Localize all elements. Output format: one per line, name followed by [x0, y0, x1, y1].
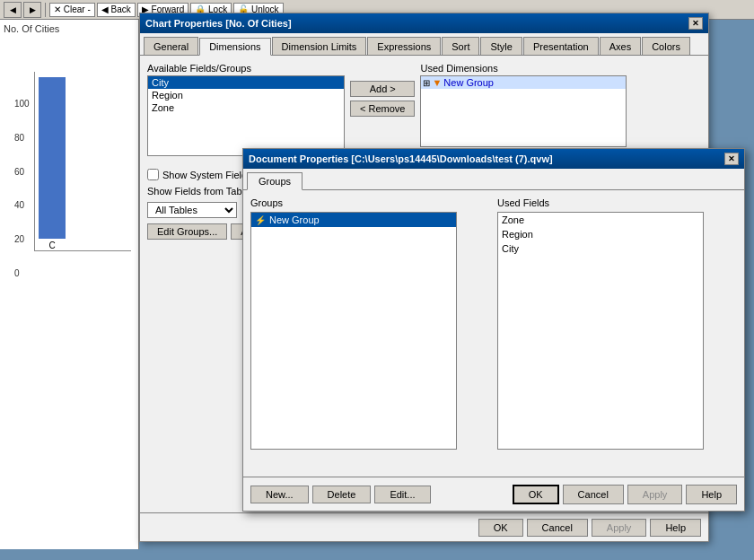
dimensions-row: Available Fields/Groups City Region Zone…	[147, 63, 701, 156]
field-region[interactable]: Region	[148, 89, 344, 101]
groups-panel: Groups ⚡ New Group	[250, 197, 490, 470]
chart-content: 100 80 60 40 20 0 C	[0, 38, 138, 258]
used-fields-list: Zone Region City	[497, 212, 704, 450]
tab-colors[interactable]: Colors	[642, 37, 690, 55]
available-label: Available Fields/Groups	[147, 63, 345, 74]
chart-dialog-close[interactable]: ✕	[688, 17, 703, 30]
field-zone[interactable]: Zone	[148, 101, 344, 114]
tab-sort[interactable]: Sort	[442, 37, 479, 55]
groups-list: ⚡ New Group	[250, 212, 457, 450]
tab-axes[interactable]: Axes	[600, 37, 641, 55]
all-tables-dropdown[interactable]: All Tables	[147, 202, 237, 218]
used-field-region[interactable]: Region	[498, 227, 703, 241]
chart-dialog-footer: OK Cancel Apply Help	[140, 512, 708, 541]
doc-content: Groups ⚡ New Group Used Fields Zone Regi…	[243, 190, 744, 477]
toolbar-back[interactable]: ◀	[4, 2, 22, 18]
dimensions-tab-content: Available Fields/Groups City Region Zone…	[140, 56, 708, 163]
chart-help-button[interactable]: Help	[650, 519, 701, 537]
chart-dialog-titlebar: Chart Properties [No. Of Cities] ✕	[140, 13, 708, 33]
doc-help-button[interactable]: Help	[686, 485, 737, 504]
expand-icon[interactable]: ⊞	[423, 78, 430, 88]
doc-tab-bar: Groups	[243, 169, 744, 190]
used-fields-label: Used Fields	[497, 197, 737, 208]
doc-apply-button[interactable]: Apply	[627, 485, 683, 504]
tab-expressions[interactable]: Expressions	[367, 37, 441, 55]
chart-area: No. Of Cities 100 80 60 40 20 0 C	[0, 20, 139, 549]
used-dimensions-list: ⊞ ▼ New Group	[420, 75, 627, 147]
doc-tab-groups[interactable]: Groups	[247, 172, 302, 190]
remove-button[interactable]: < Remove	[350, 101, 415, 117]
field-city[interactable]: City	[148, 76, 344, 89]
chart-tabs-row: General Dimensions Dimension Limits Expr…	[140, 33, 708, 56]
tab-presentation[interactable]: Presentation	[523, 37, 599, 55]
used-field-zone[interactable]: Zone	[498, 213, 703, 227]
chart-title: No. Of Cities	[0, 20, 138, 38]
doc-dialog-footer: New... Delete Edit... OK Cancel Apply He…	[243, 477, 744, 511]
y-axis: 100 80 60 40 20 0	[14, 99, 30, 278]
tab-style[interactable]: Style	[480, 37, 522, 55]
move-down-icon: ▼	[432, 77, 442, 88]
edit-button[interactable]: Edit...	[374, 486, 430, 503]
chart-cancel-button[interactable]: Cancel	[527, 519, 588, 537]
group-lightning-icon: ⚡	[255, 215, 266, 225]
tab-dimensions[interactable]: Dimensions	[199, 38, 270, 56]
bar-chart: C	[34, 72, 131, 251]
bar-city[interactable]	[39, 77, 66, 239]
edit-groups-button[interactable]: Edit Groups...	[147, 223, 227, 240]
doc-dialog-titlebar: Document Properties [C:\Users\ps14445\Do…	[243, 149, 744, 169]
tab-general[interactable]: General	[144, 37, 198, 55]
group-new-group[interactable]: ⚡ New Group	[251, 213, 456, 227]
doc-footer-right: OK Cancel Apply Help	[513, 485, 737, 504]
available-fields-section: Available Fields/Groups City Region Zone	[147, 63, 345, 156]
group-header: ⊞ ▼ New Group	[421, 76, 626, 89]
add-remove-buttons: Add > < Remove	[350, 63, 415, 117]
add-button[interactable]: Add >	[350, 81, 415, 97]
chart-dialog-title: Chart Properties [No. Of Cities]	[145, 18, 292, 29]
doc-dialog-close[interactable]: ✕	[724, 153, 739, 165]
doc-ok-button[interactable]: OK	[513, 485, 559, 504]
used-field-city[interactable]: City	[498, 241, 703, 256]
bar-label: C	[48, 241, 55, 250]
toolbar-forward[interactable]: ▶	[23, 2, 41, 18]
show-system-fields-checkbox[interactable]	[147, 169, 159, 180]
tab-dimension-limits[interactable]: Dimension Limits	[272, 37, 367, 55]
chart-apply-button[interactable]: Apply	[592, 519, 647, 537]
groups-label: Groups	[250, 197, 490, 208]
doc-dialog-title: Document Properties [C:\Users\ps14445\Do…	[249, 153, 553, 164]
toolbar-clear: ✕ Clear -	[49, 3, 95, 17]
new-group-label: New Group	[443, 77, 494, 88]
new-button[interactable]: New...	[250, 486, 309, 503]
used-label: Used Dimensions	[420, 63, 627, 74]
show-system-fields-label: Show System Fields	[162, 170, 252, 180]
chart-ok-button[interactable]: OK	[478, 519, 523, 537]
doc-cancel-button[interactable]: Cancel	[563, 485, 624, 504]
used-dimensions-section: Used Dimensions ⊞ ▼ New Group	[420, 63, 627, 147]
toolbar-back-btn: ◀ Back	[97, 3, 136, 17]
delete-button[interactable]: Delete	[312, 486, 372, 503]
group-name-label: New Group	[269, 214, 320, 225]
used-fields-panel: Used Fields Zone Region City	[497, 197, 737, 470]
available-fields-list: City Region Zone	[147, 75, 345, 156]
document-properties-dialog: Document Properties [C:\Users\ps14445\Do…	[242, 148, 745, 512]
show-fields-label: Show Fields from Table	[147, 186, 250, 197]
doc-footer-left: New... Delete Edit...	[250, 486, 509, 503]
